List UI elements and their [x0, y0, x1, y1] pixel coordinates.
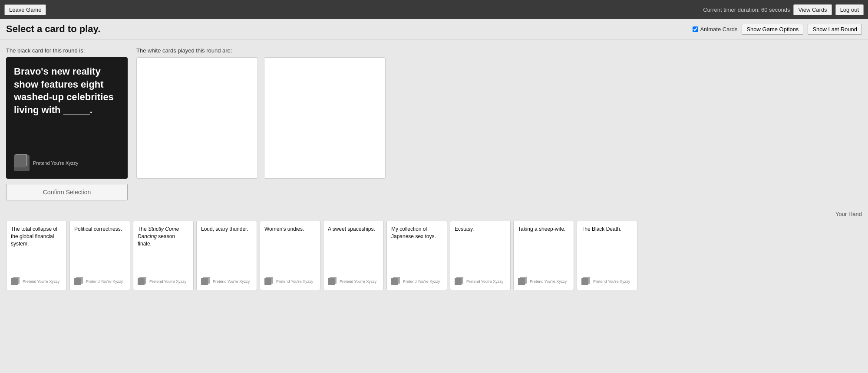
hand-card-text: Political correctness.	[74, 226, 125, 233]
card-brand-name: Pretend You're Xyzzy	[23, 279, 59, 284]
hand-card-text: Ecstasy.	[455, 226, 506, 233]
black-card-text: Bravo's new reality show features eight …	[14, 65, 120, 117]
card-logo-icon	[518, 277, 528, 286]
hand-card[interactable]: My collection of Japanese sex toys. Pret…	[386, 221, 447, 290]
animate-cards-label[interactable]: Animate Cards	[693, 26, 737, 33]
view-cards-button[interactable]: View Cards	[793, 4, 832, 15]
card-brand-name: Pretend You're Xyzzy	[403, 279, 440, 284]
card-brand-name: Pretend You're Xyzzy	[340, 279, 376, 284]
leave-game-button[interactable]: Leave Game	[4, 4, 46, 15]
subheader: Select a card to play. Animate Cards Sho…	[0, 19, 868, 39]
card-logo-icon	[264, 277, 274, 286]
confirm-selection-button[interactable]: Confirm Selection	[6, 184, 128, 200]
card-brand-name: Pretend You're Xyzzy	[213, 279, 250, 284]
card-brand-name: Pretend You're Xyzzy	[530, 279, 567, 284]
hand-card-text: My collection of Japanese sex toys.	[391, 226, 442, 240]
black-card-footer: Pretend You're Xyzzy	[14, 155, 120, 171]
animate-cards-text: Animate Cards	[700, 26, 737, 33]
page-title: Select a card to play.	[6, 23, 100, 35]
hand-card[interactable]: Women's undies. Pretend You're Xyzzy	[260, 221, 320, 290]
hand-label: Your Hand	[6, 211, 862, 217]
show-last-round-button[interactable]: Show Last Round	[808, 24, 862, 35]
subheader-right: Animate Cards Show Game Options Show Las…	[693, 24, 862, 35]
log-out-button[interactable]: Log out	[835, 4, 864, 15]
hand-cards-row: The total collapse of the global financi…	[6, 221, 862, 290]
timer-text: Current timer duration: 60 seconds	[703, 7, 790, 13]
hand-card-footer: Pretend You're Xyzzy	[138, 277, 189, 286]
hand-card[interactable]: Loud, scary thunder. Pretend You're Xyzz…	[196, 221, 257, 290]
animate-cards-checkbox[interactable]	[693, 26, 698, 32]
header-left: Leave Game	[4, 4, 46, 15]
card-logo-icon	[328, 277, 337, 286]
hand-card-footer: Pretend You're Xyzzy	[328, 277, 379, 286]
card-brand-name: Pretend You're Xyzzy	[466, 279, 503, 284]
card-logo-icon	[11, 277, 20, 286]
hand-card-text: Loud, scary thunder.	[201, 226, 252, 233]
hand-card-footer: Pretend You're Xyzzy	[455, 277, 506, 286]
card-brand-name: Pretend You're Xyzzy	[276, 279, 313, 284]
hand-card-text: Women's undies.	[264, 226, 316, 233]
white-cards-section-label: The white cards played this round are:	[136, 47, 862, 54]
card-logo-icon	[201, 277, 211, 286]
hand-card[interactable]: A sweet spaceships. Pretend You're Xyzzy	[323, 221, 384, 290]
card-brand-name: Pretend You're Xyzzy	[593, 279, 630, 284]
hand-card-footer: Pretend You're Xyzzy	[11, 277, 62, 286]
white-cards-section: The white cards played this round are:	[136, 47, 862, 200]
hand-card-footer: Pretend You're Xyzzy	[74, 277, 125, 286]
white-card-slot-2	[264, 57, 386, 179]
black-card-logo	[14, 155, 30, 171]
white-card-slot-1	[136, 57, 258, 179]
black-card: Bravo's new reality show features eight …	[6, 57, 128, 179]
black-card-brand: Pretend You're Xyzzy	[33, 160, 78, 166]
hand-card-text: The total collapse of the global financi…	[11, 226, 62, 247]
card-logo-icon	[138, 277, 147, 286]
hand-card[interactable]: Taking a sheep-wife. Pretend You're Xyzz…	[513, 221, 574, 290]
card-logo-icon	[581, 277, 591, 286]
main: The black card for this round is: Bravo'…	[0, 39, 868, 295]
card-brand-name: Pretend You're Xyzzy	[149, 279, 186, 284]
hand-card[interactable]: The Strictly Come Dancing season finale.…	[133, 221, 194, 290]
hand-card-text: The Strictly Come Dancing season finale.	[138, 226, 189, 247]
card-brand-name: Pretend You're Xyzzy	[86, 279, 123, 284]
hand-card[interactable]: Political correctness. Pretend You're Xy…	[69, 221, 130, 290]
header: Leave Game Current timer duration: 60 se…	[0, 0, 868, 19]
header-right: Current timer duration: 60 seconds View …	[703, 4, 864, 15]
hand-card-text: Taking a sheep-wife.	[518, 226, 569, 233]
card-logo-icon	[391, 277, 401, 286]
hand-card-footer: Pretend You're Xyzzy	[581, 277, 633, 286]
hand-section: Your Hand The total collapse of the glob…	[6, 211, 862, 290]
black-card-section-label: The black card for this round is:	[6, 47, 128, 54]
card-logo-icon	[74, 277, 84, 286]
hand-card[interactable]: Ecstasy. Pretend You're Xyzzy	[450, 221, 511, 290]
hand-card-footer: Pretend You're Xyzzy	[518, 277, 569, 286]
hand-card-text: The Black Death.	[581, 226, 633, 233]
hand-card-footer: Pretend You're Xyzzy	[264, 277, 316, 286]
hand-card[interactable]: The Black Death. Pretend You're Xyzzy	[577, 221, 637, 290]
hand-card-footer: Pretend You're Xyzzy	[391, 277, 442, 286]
cards-area: The black card for this round is: Bravo'…	[6, 47, 862, 200]
black-card-section: The black card for this round is: Bravo'…	[6, 47, 128, 200]
card-logo-icon	[455, 277, 464, 286]
hand-card[interactable]: The total collapse of the global financi…	[6, 221, 67, 290]
hand-card-footer: Pretend You're Xyzzy	[201, 277, 252, 286]
white-cards-row	[136, 57, 862, 179]
show-game-options-button[interactable]: Show Game Options	[742, 24, 803, 35]
hand-card-text: A sweet spaceships.	[328, 226, 379, 233]
